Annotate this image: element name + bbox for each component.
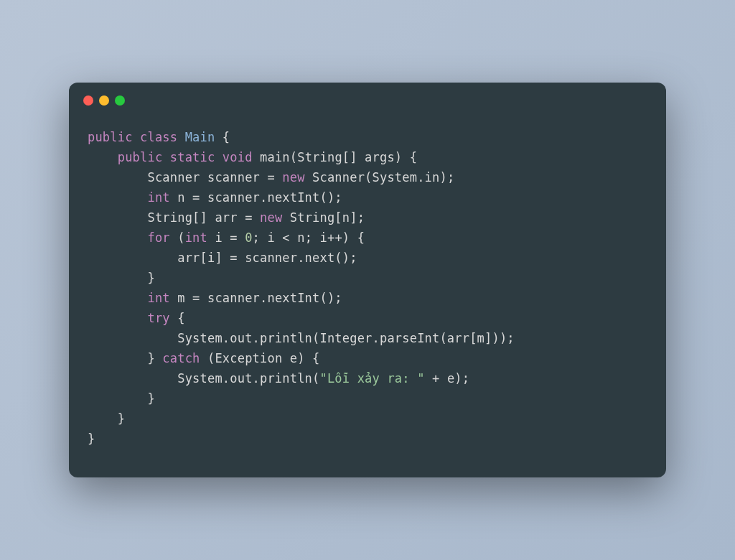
code-editor[interactable]: public class Main { public static void m… xyxy=(69,106,666,478)
code-token: int xyxy=(147,291,169,305)
code-token: i = xyxy=(207,230,245,245)
code-token: (Exception e) { xyxy=(200,351,320,365)
code-token: static xyxy=(170,150,215,164)
code-token: Scanner(System.in); xyxy=(305,170,455,185)
code-token: System.out.println( xyxy=(88,371,319,386)
code-token: public xyxy=(118,150,163,164)
code-token: Main xyxy=(185,130,215,144)
code-token: ( xyxy=(170,230,185,245)
code-token: catch xyxy=(162,351,200,365)
code-token: arr[i] = scanner.next(); xyxy=(88,251,357,265)
code-token: { xyxy=(170,311,185,325)
code-token: String[] arr = xyxy=(88,210,260,225)
code-token: try xyxy=(147,311,169,325)
window-titlebar xyxy=(69,83,666,106)
code-token xyxy=(88,190,147,205)
code-token: + e); xyxy=(425,371,470,386)
code-token xyxy=(177,130,184,144)
code-token: ; i < n; i++) { xyxy=(253,230,365,245)
code-token: } xyxy=(88,391,155,406)
code-token: main(String[] args) { xyxy=(253,150,418,164)
code-token xyxy=(88,311,147,325)
code-token xyxy=(88,291,147,305)
code-token xyxy=(162,150,169,164)
code-token: "Lỗi xảy ra: " xyxy=(319,371,424,386)
code-token xyxy=(88,230,147,245)
code-token: } xyxy=(88,431,95,446)
code-token: } xyxy=(88,351,162,365)
code-token: class xyxy=(140,130,177,144)
code-token: new xyxy=(260,210,282,225)
code-token xyxy=(215,150,222,164)
code-token: public xyxy=(88,130,133,144)
code-token: int xyxy=(147,190,169,205)
code-token: { xyxy=(215,130,230,144)
code-token: int xyxy=(185,230,207,245)
code-token xyxy=(88,150,118,164)
code-token: System.out.println(Integer.parseInt(arr[… xyxy=(88,331,515,345)
code-window: public class Main { public static void m… xyxy=(69,83,666,478)
code-token: m = scanner.nextInt(); xyxy=(170,291,342,305)
code-token xyxy=(133,130,140,144)
minimize-icon[interactable] xyxy=(99,95,109,106)
code-token: } xyxy=(88,271,155,285)
code-token: for xyxy=(147,230,169,245)
code-token: n = scanner.nextInt(); xyxy=(170,190,342,205)
code-token: void xyxy=(223,150,253,164)
code-token: String[n]; xyxy=(282,210,365,225)
code-token: Scanner scanner = xyxy=(88,170,282,185)
code-token: } xyxy=(88,411,125,426)
maximize-icon[interactable] xyxy=(115,95,125,106)
code-token: new xyxy=(282,170,304,185)
code-token: 0 xyxy=(245,230,252,245)
close-icon[interactable] xyxy=(83,95,93,106)
